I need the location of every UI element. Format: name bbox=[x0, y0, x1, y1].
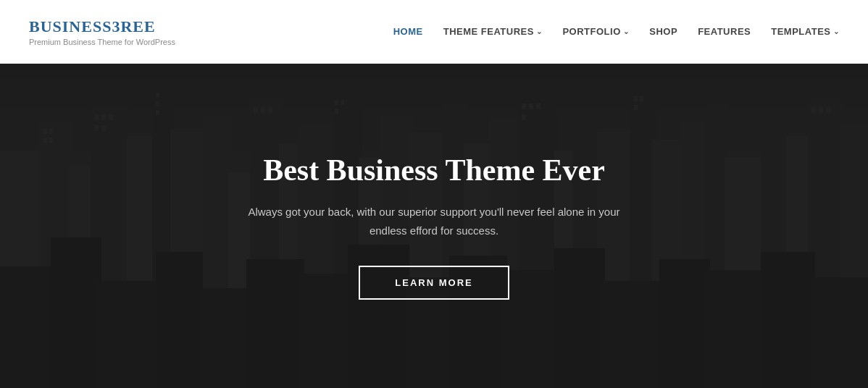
hero-section: Best Business Theme Ever Always got your… bbox=[0, 64, 868, 388]
chevron-down-icon: ⌄ bbox=[623, 28, 630, 35]
nav-item-features[interactable]: FEATURES bbox=[698, 26, 751, 37]
nav-item-shop[interactable]: SHOP bbox=[649, 26, 677, 37]
nav-item-theme-features[interactable]: THEME FEATURES ⌄ bbox=[443, 26, 543, 37]
learn-more-button[interactable]: LEARN MORE bbox=[359, 266, 509, 300]
site-header: BUSINESS3REE Premium Business Theme for … bbox=[0, 0, 868, 64]
hero-content: Best Business Theme Ever Always got your… bbox=[0, 64, 868, 388]
chevron-down-icon: ⌄ bbox=[536, 28, 543, 35]
hero-subtitle: Always got your back, with our superior … bbox=[238, 203, 630, 240]
logo-title: BUSINESS3REE bbox=[29, 17, 175, 36]
nav-item-home[interactable]: HOME bbox=[393, 26, 423, 37]
hero-title: Best Business Theme Ever bbox=[263, 152, 605, 188]
nav-item-templates[interactable]: TEMPLATES ⌄ bbox=[771, 26, 839, 37]
logo-subtitle: Premium Business Theme for WordPress bbox=[29, 38, 175, 46]
main-nav: HOME THEME FEATURES ⌄ PORTFOLIO ⌄ SHOP F… bbox=[393, 26, 839, 37]
logo[interactable]: BUSINESS3REE Premium Business Theme for … bbox=[29, 17, 175, 46]
nav-item-portfolio[interactable]: PORTFOLIO ⌄ bbox=[562, 26, 629, 37]
chevron-down-icon: ⌄ bbox=[833, 28, 840, 35]
